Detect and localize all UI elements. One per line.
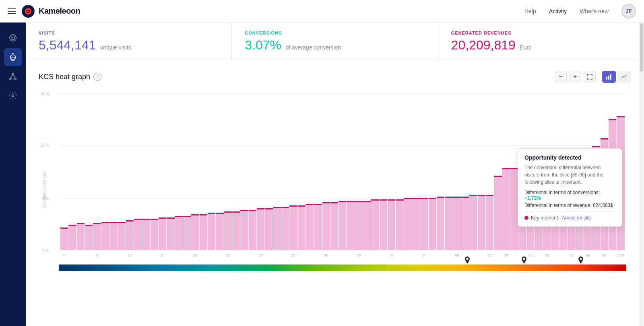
bar[interactable] bbox=[265, 208, 272, 250]
bar[interactable] bbox=[191, 214, 199, 250]
x-axis-label bbox=[437, 253, 444, 261]
bar[interactable] bbox=[510, 168, 518, 250]
conversions-suffix: % bbox=[270, 38, 281, 52]
bar[interactable] bbox=[461, 197, 469, 250]
bar[interactable] bbox=[380, 199, 387, 250]
stats-bar: VISITS 5,544,141 unique visits CONVERSIO… bbox=[26, 23, 644, 61]
bar[interactable] bbox=[232, 211, 240, 250]
bar[interactable] bbox=[429, 198, 436, 250]
bar[interactable] bbox=[101, 222, 109, 250]
bar[interactable] bbox=[314, 204, 322, 250]
bar-chart-button[interactable] bbox=[602, 71, 616, 83]
bar[interactable] bbox=[142, 219, 150, 250]
whats-new-link[interactable]: What's new bbox=[580, 8, 609, 14]
conversions-label: CONVERSIONS bbox=[245, 31, 425, 35]
tooltip-key-moment: Key moment: Arrival on site bbox=[524, 215, 615, 221]
bar[interactable] bbox=[134, 219, 142, 250]
y-label-15: 15 % bbox=[40, 92, 50, 96]
x-axis-label: 80 bbox=[543, 253, 551, 261]
bar[interactable] bbox=[347, 201, 354, 250]
help-icon[interactable]: ? bbox=[93, 73, 101, 81]
conversions-unit: of average conversion bbox=[286, 44, 341, 51]
bar[interactable] bbox=[486, 195, 493, 250]
bar[interactable] bbox=[126, 220, 134, 250]
bar[interactable] bbox=[363, 201, 371, 250]
bar[interactable] bbox=[109, 222, 117, 250]
x-axis-label: 85 bbox=[568, 253, 575, 261]
x-axis-label bbox=[101, 253, 109, 261]
bar[interactable] bbox=[396, 199, 403, 250]
bar[interactable] bbox=[445, 197, 452, 250]
bar[interactable] bbox=[118, 222, 125, 250]
user-avatar[interactable]: JF bbox=[621, 4, 636, 18]
bar[interactable] bbox=[240, 210, 248, 250]
hamburger-menu[interactable] bbox=[8, 8, 16, 14]
bar[interactable] bbox=[322, 202, 330, 250]
bar[interactable] bbox=[412, 198, 420, 250]
bar[interactable] bbox=[339, 201, 346, 250]
bar[interactable] bbox=[502, 168, 510, 250]
scrollbar-thumb[interactable] bbox=[640, 23, 643, 72]
x-axis-label bbox=[208, 253, 215, 261]
bar[interactable] bbox=[175, 216, 183, 250]
bar[interactable] bbox=[371, 199, 379, 250]
bar[interactable] bbox=[85, 225, 93, 250]
bar[interactable] bbox=[249, 210, 256, 250]
line-chart-button[interactable] bbox=[617, 71, 631, 83]
help-link[interactable]: Help bbox=[524, 8, 536, 14]
sidebar-item-network[interactable] bbox=[4, 68, 22, 85]
bar[interactable] bbox=[183, 216, 191, 250]
bar[interactable] bbox=[289, 205, 297, 250]
bar[interactable] bbox=[159, 217, 166, 250]
sidebar-item-experiments[interactable] bbox=[4, 48, 22, 66]
x-axis-label bbox=[249, 253, 256, 261]
bar[interactable] bbox=[257, 208, 264, 250]
zoom-minus-button[interactable]: − bbox=[555, 72, 567, 82]
bar[interactable] bbox=[93, 223, 101, 250]
bar[interactable] bbox=[200, 214, 207, 250]
bar[interactable] bbox=[216, 213, 223, 250]
heat-graph-section: KCS heat graph ? − + bbox=[26, 61, 644, 284]
sidebar-item-settings[interactable] bbox=[4, 87, 22, 105]
bar[interactable] bbox=[151, 219, 158, 250]
bar[interactable] bbox=[453, 197, 461, 250]
bar[interactable] bbox=[298, 205, 305, 250]
svg-point-14 bbox=[12, 94, 14, 97]
y-label-0: 0 % bbox=[42, 248, 49, 253]
bar[interactable] bbox=[273, 207, 281, 250]
tooltip-divider bbox=[524, 211, 615, 212]
bar[interactable] bbox=[281, 207, 289, 250]
bar[interactable] bbox=[494, 176, 502, 250]
scrollbar[interactable] bbox=[639, 23, 644, 326]
bar[interactable] bbox=[437, 197, 444, 250]
main-content: VISITS 5,544,141 unique visits CONVERSIO… bbox=[26, 23, 644, 326]
bar[interactable] bbox=[420, 198, 428, 250]
activity-link[interactable]: Activity bbox=[549, 8, 567, 14]
sidebar-item-dashboard[interactable] bbox=[4, 29, 22, 47]
bar[interactable] bbox=[77, 223, 85, 250]
zoom-expand-button[interactable] bbox=[584, 72, 596, 82]
x-axis-label bbox=[380, 253, 387, 261]
color-gradient-bar bbox=[59, 264, 626, 271]
bar[interactable] bbox=[355, 201, 363, 250]
key-moment-value[interactable]: Arrival on site bbox=[562, 215, 591, 221]
revenues-label: GENERATED REVENUES bbox=[451, 31, 631, 35]
bar[interactable] bbox=[306, 204, 314, 250]
x-axis-label bbox=[339, 253, 346, 261]
bar[interactable] bbox=[330, 202, 338, 250]
logo-text: Kameleoon bbox=[39, 6, 80, 16]
bar[interactable] bbox=[224, 211, 232, 250]
visits-value: 5,544,141 bbox=[39, 38, 96, 52]
svg-point-18 bbox=[466, 258, 469, 260]
bar[interactable] bbox=[478, 195, 485, 250]
bar[interactable] bbox=[388, 199, 395, 250]
zoom-plus-button[interactable]: + bbox=[569, 72, 581, 82]
bar[interactable] bbox=[404, 198, 412, 250]
bar[interactable] bbox=[167, 217, 174, 250]
tooltip-title: Opportunity detected bbox=[524, 154, 615, 161]
bar[interactable] bbox=[60, 228, 68, 250]
bar[interactable] bbox=[68, 225, 76, 250]
bar[interactable] bbox=[469, 195, 477, 250]
chart-tooltip: Opportunity detected The conversion diff… bbox=[518, 148, 622, 227]
bar[interactable] bbox=[208, 213, 215, 250]
